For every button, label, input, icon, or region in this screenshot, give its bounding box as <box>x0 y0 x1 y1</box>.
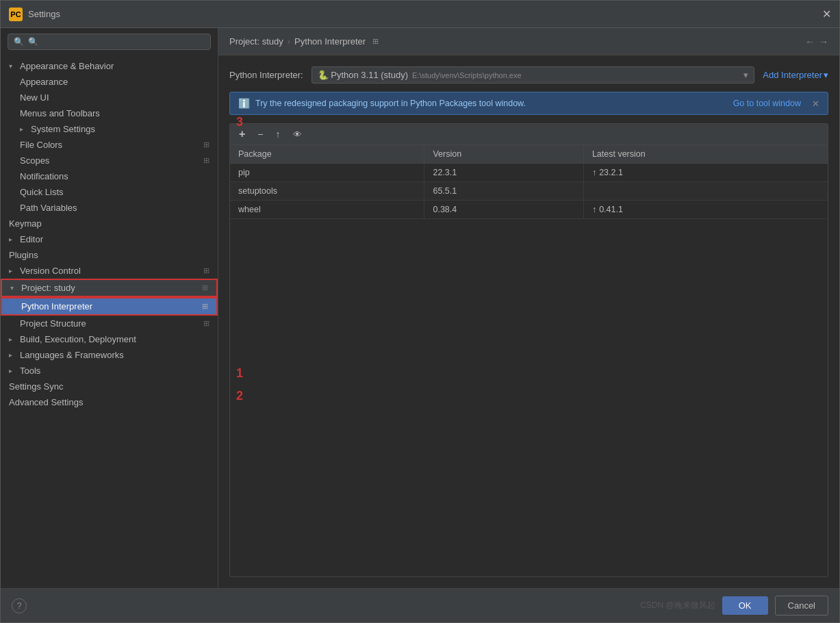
table-row[interactable]: wheel 0.38.4 ↑0.41.1 <box>230 201 828 219</box>
package-table-wrapper: Package Version Latest version pip 22.3.… <box>229 144 828 577</box>
packages-table: Package Version Latest version pip 22.3.… <box>230 145 828 219</box>
col-latest-version: Latest version <box>583 145 828 164</box>
sidebar-item-version-control[interactable]: ▸ Version Control ⊞ <box>1 263 218 279</box>
window-title: Settings <box>28 9 822 19</box>
table-row[interactable]: pip 22.3.1 ↑23.2.1 <box>230 164 828 182</box>
sidebar-item-label: Quick Lists <box>20 187 64 197</box>
sidebar-item-label: Advanced Settings <box>9 397 83 407</box>
view-options-button[interactable]: 👁 <box>288 127 307 142</box>
forward-button[interactable]: → <box>819 36 828 47</box>
sidebar-item-editor[interactable]: ▸ Editor <box>1 231 218 247</box>
project-study-badge: ⊞ <box>202 283 208 292</box>
sidebar-item-label: New UI <box>20 92 49 103</box>
breadcrumb-separator: › <box>288 36 290 47</box>
chevron-right-icon: ▸ <box>9 367 17 374</box>
settings-icon: ⊞ <box>372 37 379 46</box>
sidebar-item-languages-frameworks[interactable]: ▸ Languages & Frameworks <box>1 347 218 363</box>
sidebar-item-project-structure[interactable]: Project Structure ⊞ <box>1 316 218 331</box>
interpreter-row: Python Interpreter: 🐍 Python 3.11 (study… <box>229 66 828 84</box>
project-structure-badge: ⊞ <box>203 319 209 328</box>
close-button[interactable]: ✕ <box>822 8 831 21</box>
sidebar-item-label: Menus and Toolbars <box>20 108 100 118</box>
sidebar-item-label: Tools <box>20 366 40 376</box>
chevron-down-icon: ▾ <box>10 284 18 292</box>
info-banner: ℹ️ Try the redesigned packaging support … <box>229 92 828 115</box>
sidebar-item-label: Scopes <box>20 155 49 166</box>
remove-package-button[interactable]: − <box>253 127 268 142</box>
sidebar-item-label: Build, Execution, Deployment <box>20 334 136 344</box>
upgrade-package-button[interactable]: ↑ <box>271 127 285 142</box>
sidebar-item-settings-sync[interactable]: Settings Sync <box>1 379 218 394</box>
sidebar-item-menus-toolbars[interactable]: Menus and Toolbars <box>1 105 218 121</box>
sidebar: 🔍 ▾ Appearance & Behavior Appearance New… <box>1 28 218 588</box>
pkg-latest: ↑23.2.1 <box>583 164 828 182</box>
ok-button[interactable]: OK <box>722 596 768 615</box>
col-package: Package <box>230 145 424 164</box>
main-content: Python Interpreter: 🐍 Python 3.11 (study… <box>218 55 839 588</box>
sidebar-item-label: Appearance <box>20 77 68 87</box>
sidebar-item-tools[interactable]: ▸ Tools <box>1 363 218 379</box>
packages-section: + − ↑ 👁 Package Version Latest version <box>229 123 828 577</box>
sidebar-item-path-variables[interactable]: Path Variables <box>1 200 218 216</box>
pkg-version: 65.5.1 <box>424 182 583 201</box>
pkg-latest <box>583 182 828 201</box>
file-colors-badge: ⊞ <box>203 140 209 149</box>
sidebar-item-new-ui[interactable]: New UI <box>1 90 218 105</box>
sidebar-item-scopes[interactable]: Scopes ⊞ <box>1 153 218 168</box>
chevron-right-icon: ▸ <box>9 267 17 275</box>
sidebar-item-label: Editor <box>20 234 43 244</box>
chevron-right-icon: ▸ <box>9 335 17 343</box>
watermark: CSDN @晚来微风起 <box>640 600 715 611</box>
sidebar-item-label: Plugins <box>9 250 38 260</box>
chevron-down-icon: ▾ <box>9 62 17 70</box>
sidebar-item-label: System Settings <box>31 124 95 134</box>
table-row[interactable]: setuptools 65.5.1 <box>230 182 828 201</box>
sidebar-item-label: Languages & Frameworks <box>20 350 124 360</box>
cancel-button[interactable]: Cancel <box>775 596 828 615</box>
sidebar-item-system-settings[interactable]: ▸ System Settings <box>1 121 218 137</box>
sidebar-item-label: Version Control <box>20 266 81 276</box>
bottom-bar: ? CSDN @晚来微风起 OK Cancel <box>1 588 839 622</box>
sidebar-item-project-study[interactable]: ▾ Project: study ⊞ <box>1 279 218 297</box>
sidebar-item-build-execution[interactable]: ▸ Build, Execution, Deployment <box>1 331 218 347</box>
content-area: 🔍 ▾ Appearance & Behavior Appearance New… <box>1 28 839 588</box>
help-button[interactable]: ? <box>12 598 27 613</box>
chevron-down-icon: ▾ <box>743 70 748 80</box>
info-icon: ℹ️ <box>238 98 250 109</box>
upgrade-icon: ↑ <box>592 168 596 177</box>
search-input[interactable] <box>28 37 205 47</box>
pkg-latest: ↑0.41.1 <box>583 201 828 219</box>
sidebar-item-label: Project Structure <box>20 318 86 329</box>
back-button[interactable]: ← <box>805 36 815 47</box>
breadcrumb-project: Project: study <box>229 36 283 47</box>
sidebar-item-advanced-settings[interactable]: Advanced Settings <box>1 394 218 410</box>
go-to-tool-window-link[interactable]: Go to tool window <box>733 99 801 108</box>
interpreter-dropdown[interactable]: 🐍 Python 3.11 (study) E:\study\venv\Scri… <box>311 66 755 84</box>
version-control-badge: ⊞ <box>203 266 209 275</box>
breadcrumb-current: Python Interpreter <box>294 36 366 47</box>
upgrade-icon: ↑ <box>592 205 596 214</box>
sidebar-item-quick-lists[interactable]: Quick Lists <box>1 184 218 200</box>
col-version: Version <box>424 145 583 164</box>
chevron-right-icon: ▸ <box>9 351 17 359</box>
sidebar-item-file-colors[interactable]: File Colors ⊞ <box>1 137 218 153</box>
sidebar-item-python-interpreter[interactable]: Python Interpreter ⊞ <box>1 297 218 316</box>
nav-arrows: ← → <box>805 36 828 47</box>
chevron-right-icon: ▸ <box>9 236 17 243</box>
chevron-down-icon: ▾ <box>824 70 828 80</box>
sidebar-item-appearance-behavior[interactable]: ▾ Appearance & Behavior <box>1 58 218 74</box>
close-banner-button[interactable]: ✕ <box>812 99 819 109</box>
interpreter-label: Python Interpreter: <box>229 70 303 80</box>
search-box[interactable]: 🔍 <box>8 34 211 50</box>
search-icon: 🔍 <box>14 37 24 47</box>
settings-window: PC Settings ✕ 🔍 ▾ Appearance & Behavior … <box>0 0 840 623</box>
sidebar-item-appearance[interactable]: Appearance <box>1 74 218 90</box>
main-panel: Project: study › Python Interpreter ⊞ ← … <box>218 28 839 588</box>
sidebar-item-notifications[interactable]: Notifications <box>1 168 218 184</box>
sidebar-item-label: Project: study <box>21 283 75 293</box>
add-interpreter-button[interactable]: Add Interpreter ▾ <box>763 70 828 80</box>
sidebar-item-plugins[interactable]: Plugins <box>1 247 218 263</box>
add-package-button[interactable]: + <box>234 126 250 142</box>
pkg-version: 22.3.1 <box>424 164 583 182</box>
sidebar-item-keymap[interactable]: Keymap <box>1 216 218 231</box>
